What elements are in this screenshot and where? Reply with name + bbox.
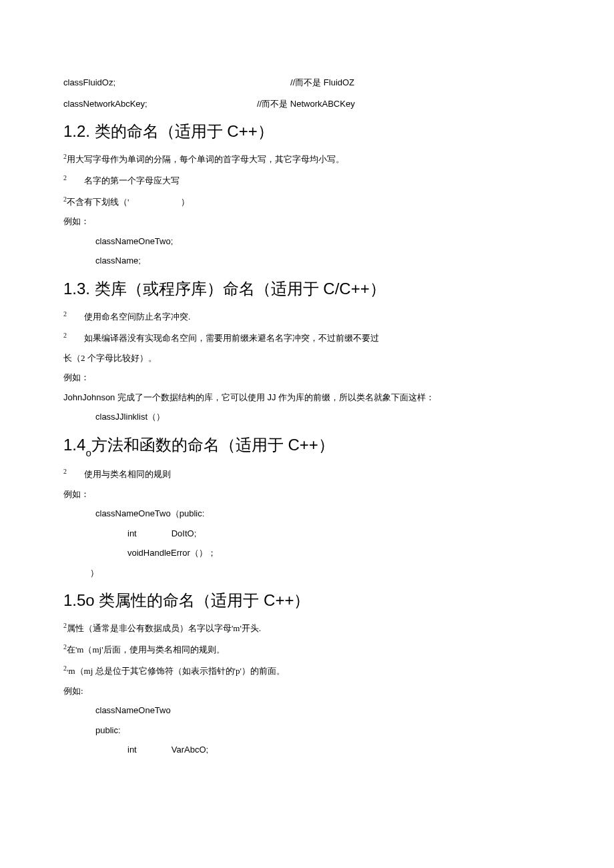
section-body: 2 使用与类名相同的规则例如：classNameOneTwo（public:in… [63, 466, 551, 579]
code-left: classNetworkAbcKey; [63, 97, 257, 111]
top-code-block: classFluidOz; //而不是 FluidOZ classNetwork… [63, 76, 551, 110]
body-line: 长（2 个字母比较好）。 [63, 352, 551, 365]
body-line: 2,m（mj 总是位于其它修饰符（如表示指针的'p'）的前面。 [63, 663, 551, 678]
code-line: classNameOneTwo（public: [63, 507, 551, 520]
section-heading: 1.4o方法和函数的命名（适用于 C++） [63, 433, 551, 458]
line-text: 不含有下划线（' ） [67, 197, 190, 207]
section-heading: 1.3. 类库（或程序库）命名（适用于 C/C++） [63, 277, 551, 301]
line-text: 属性（通常是非公有数据成员）名字以字母'm'开头. [67, 624, 261, 634]
body-line: 2 使用命名空间防止名字冲突. [63, 309, 551, 324]
heading-text: 方法和函数的命名（适用于 C++） [91, 436, 334, 454]
line-text: 名字的第一个字母应大写 [67, 175, 180, 185]
body-line: 2不含有下划线（' ） [63, 194, 551, 209]
code-line: ） [63, 566, 551, 580]
section-1-5: 1.5o 类属性的命名（适用于 C++） 2属性（通常是非公有数据成员）名字以字… [63, 588, 551, 756]
section-body: 2用大写字母作为单词的分隔，每个单词的首字母大写，其它字母均小写。2 名字的第一… [63, 151, 551, 268]
code-left: classFluidOz; [63, 76, 290, 89]
code-line: int VarAbcO; [63, 743, 551, 757]
line-text: 使用与类名相同的规则 [67, 469, 171, 479]
code-line: voidHandleError（）； [63, 546, 551, 560]
code-comment: //而不是 NetworkABCKey [257, 97, 355, 111]
body-line: 2用大写字母作为单词的分隔，每个单词的首字母大写，其它字母均小写。 [63, 151, 551, 166]
section-1-3: 1.3. 类库（或程序库）命名（适用于 C/C++） 2 使用命名空间防止名字冲… [63, 277, 551, 424]
heading-num: 1.5o [63, 591, 95, 609]
line-text: 在'm（mj'后面，使用与类名相同的规则。 [67, 644, 225, 655]
heading-sub: o [85, 447, 91, 458]
line-text: 如果编译器没有实现命名空间，需要用前缀来避名名字冲突，不过前缀不要过 [67, 333, 379, 343]
body-line: 2 使用与类名相同的规则 [63, 466, 551, 481]
body-line: 2 名字的第一个字母应大写 [63, 173, 551, 187]
body-line: JohnJohnson 完成了一个数据结构的库，它可以使用 JJ 作为库的前缀，… [63, 391, 551, 404]
section-body: 2属性（通常是非公有数据成员）名字以字母'm'开头.2在'm（mj'后面，使用与… [63, 620, 551, 756]
heading-num: 1.4 [63, 436, 85, 454]
body-line: 例如： [63, 215, 551, 228]
footnote-marker: 2, [63, 665, 69, 672]
body-line: 2在'm（mj'后面，使用与类名相同的规则。 [63, 642, 551, 657]
code-row: classNetworkAbcKey; //而不是 NetworkABCKey [63, 97, 551, 111]
heading-text: 类属性的命名（适用于 C++） [95, 591, 310, 609]
section-heading: 1.5o 类属性的命名（适用于 C++） [63, 588, 551, 612]
line-text: 用大写字母作为单词的分隔，每个单词的首字母大写，其它字母均小写。 [67, 154, 344, 164]
body-line: 2属性（通常是非公有数据成员）名字以字母'm'开头. [63, 620, 551, 635]
code-line: classJJlinklist（） [63, 410, 551, 424]
section-heading: 1.2. 类的命名（适用于 C++） [63, 119, 551, 143]
body-line: 例如： [63, 371, 551, 384]
code-line: public: [63, 724, 551, 737]
code-line: classNameOneTwo; [63, 235, 551, 248]
code-row: classFluidOz; //而不是 FluidOZ [63, 76, 551, 89]
body-line: 2 如果编译器没有实现命名空间，需要用前缀来避名名字冲突，不过前缀不要过 [63, 330, 551, 345]
line-text: m（mj 总是位于其它修饰符（如表示指针的'p'）的前面。 [69, 666, 285, 676]
code-line: int DoItO; [63, 527, 551, 540]
section-1-2: 1.2. 类的命名（适用于 C++） 2用大写字母作为单词的分隔，每个单词的首字… [63, 119, 551, 268]
body-line: 例如： [63, 488, 551, 501]
section-body: 2 使用命名空间防止名字冲突.2 如果编译器没有实现命名空间，需要用前缀来避名名… [63, 309, 551, 424]
body-line: 例如: [63, 685, 551, 698]
code-line: classNameOneTwo [63, 704, 551, 717]
code-line: className; [63, 254, 551, 268]
section-1-4: 1.4o方法和函数的命名（适用于 C++） 2 使用与类名相同的规则例如：cla… [63, 433, 551, 580]
code-comment: //而不是 FluidOZ [290, 76, 354, 89]
line-text: 使用命名空间防止名字冲突. [67, 312, 190, 322]
